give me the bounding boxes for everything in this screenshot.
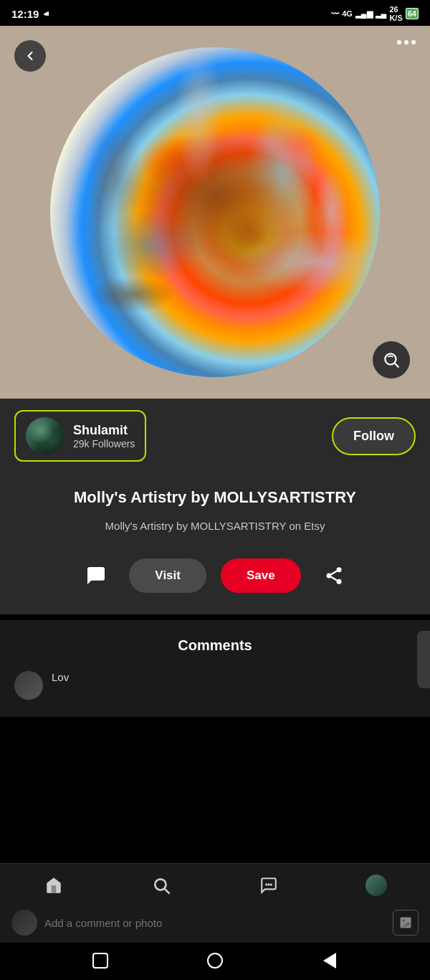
visual-search-icon	[382, 351, 401, 369]
android-recents[interactable]	[90, 950, 111, 971]
share-icon	[324, 566, 344, 586]
share-button[interactable]	[315, 557, 353, 594]
svg-point-11	[270, 883, 272, 885]
artwork-image	[50, 47, 380, 377]
pin-title-section: Molly's Artistry by MOLLYSARTISTRY Molly…	[0, 473, 430, 557]
battery-level: 64	[406, 8, 419, 19]
profile-section: Shulamit 29k Followers Follow	[0, 399, 430, 473]
signal-bars: ▂▄▆	[355, 9, 373, 19]
svg-point-13	[402, 919, 404, 921]
back-button[interactable]	[14, 40, 46, 72]
commenter-avatar	[14, 671, 43, 700]
comment-item: Lov	[14, 665, 416, 705]
pin-title: Molly's Artistry by MOLLYSARTISTRY	[17, 487, 413, 508]
follow-button[interactable]: Follow	[332, 417, 416, 455]
search-icon	[152, 876, 171, 895]
android-nav	[0, 943, 430, 980]
messages-icon	[259, 876, 278, 895]
profile-text: Shulamit 29k Followers	[73, 423, 135, 449]
status-left: 12:19	[11, 8, 56, 20]
svg-point-2	[336, 567, 341, 572]
image-upload-button[interactable]	[393, 910, 419, 936]
pin-description: Molly's Artistry by MOLLYSARTISTRY on Et…	[17, 518, 413, 535]
dot-2	[404, 40, 408, 44]
nav-profile[interactable]	[358, 871, 394, 900]
svg-point-4	[336, 579, 341, 584]
comment-icon	[85, 564, 108, 587]
back-icon	[23, 49, 37, 63]
android-back[interactable]	[319, 950, 340, 971]
comment-input-bar	[0, 904, 430, 943]
right-peek-indicator	[417, 631, 430, 688]
status-bar: 12:19 〰 4G ▂▄▆ ▂▄ 26K/S 64	[0, 0, 430, 26]
nav-search[interactable]	[143, 871, 179, 900]
current-user-avatar	[11, 910, 37, 936]
profile-avatar-nav	[366, 875, 387, 896]
action-buttons: Visit Save	[0, 557, 430, 614]
bottom-nav	[0, 863, 430, 980]
comments-title: Comments	[14, 637, 416, 654]
pin-image-section	[0, 26, 430, 399]
nav-home[interactable]	[36, 871, 72, 900]
data-speed: 26K/S	[389, 5, 402, 22]
svg-line-8	[165, 889, 169, 893]
profile-name: Shulamit	[73, 423, 135, 438]
dot-1	[397, 40, 401, 44]
profile-info[interactable]: Shulamit 29k Followers	[14, 410, 146, 462]
dot-3	[411, 40, 416, 44]
svg-line-1	[394, 363, 398, 366]
svg-point-9	[265, 883, 267, 885]
svg-line-6	[331, 571, 337, 575]
square-icon	[92, 953, 108, 969]
more-options-button[interactable]	[397, 40, 416, 44]
svg-point-3	[326, 574, 331, 579]
comment-text: Lov	[52, 671, 69, 683]
status-right: 〰 4G ▂▄▆ ▂▄ 26K/S 64	[331, 5, 419, 22]
comments-section: Comments Lov	[0, 620, 430, 717]
home-icon	[44, 876, 63, 895]
visit-button[interactable]: Visit	[129, 558, 206, 593]
image-upload-icon	[398, 915, 413, 930]
nav-icons	[0, 864, 430, 904]
svg-line-5	[331, 577, 337, 581]
network-type: 4G	[342, 9, 353, 18]
nav-messages[interactable]	[251, 871, 287, 900]
signal-wave: 〰	[331, 9, 339, 18]
signal-bars-2: ▂▄	[376, 9, 387, 19]
svg-point-10	[267, 883, 269, 885]
comment-button[interactable]	[77, 557, 115, 594]
android-home[interactable]	[204, 950, 226, 971]
save-button[interactable]: Save	[221, 558, 301, 593]
circle-icon	[207, 953, 223, 969]
profile-followers: 29k Followers	[73, 438, 135, 449]
comment-input[interactable]	[44, 917, 386, 929]
triangle-icon	[323, 953, 336, 969]
soundcloud-icon	[43, 9, 56, 18]
visual-search-button[interactable]	[373, 341, 410, 379]
avatar	[26, 417, 63, 455]
status-time: 12:19	[11, 8, 39, 20]
